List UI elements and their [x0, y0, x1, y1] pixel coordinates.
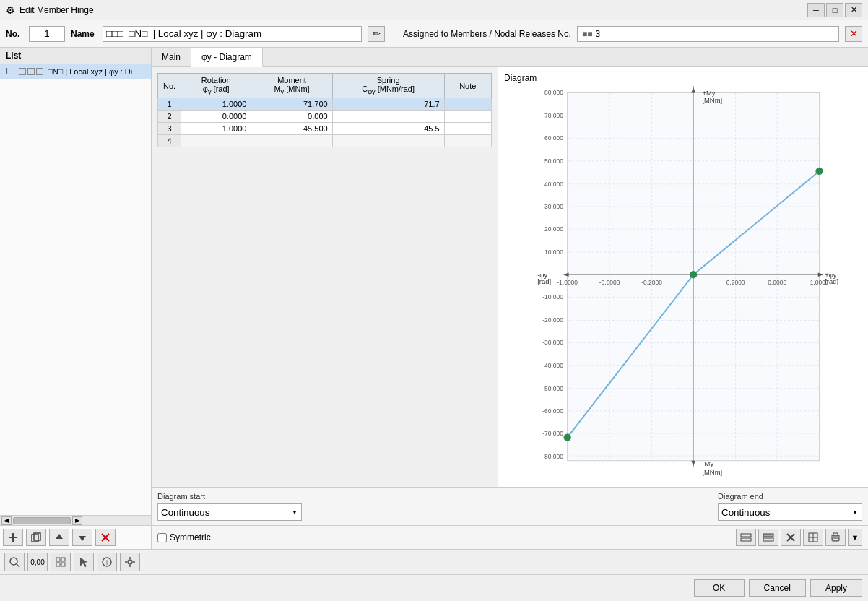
move-up-button[interactable] — [49, 529, 69, 546]
symmetric-checkbox[interactable] — [157, 533, 167, 542]
select-button[interactable] — [74, 553, 94, 571]
insert-row-button[interactable] — [736, 529, 756, 546]
left-scrollbar[interactable]: ◀ ▶ — [0, 515, 151, 525]
diagram-end-select[interactable]: Continuous Fixed Free — [718, 503, 862, 521]
cell-moment[interactable]: 45.500 — [251, 123, 332, 135]
cell-rotation[interactable]: 1.0000 — [181, 123, 251, 135]
tab-diagram[interactable]: φy - Diagram — [191, 48, 263, 67]
more-options-button[interactable]: ▼ — [848, 529, 862, 546]
svg-text:50.000: 50.000 — [544, 157, 563, 165]
svg-text:-80.000: -80.000 — [542, 453, 563, 460]
search-button[interactable] — [4, 553, 25, 571]
symmetric-checkbox-label[interactable]: Symmetric — [157, 532, 211, 542]
list-item[interactable]: 1 □N□ | Local xyz | φy : Di — [0, 64, 151, 79]
svg-text:80.000: 80.000 — [544, 89, 563, 96]
diagram-start-label: Diagram start — [157, 492, 302, 501]
tab-main[interactable]: Main — [152, 48, 191, 66]
search-icon — [9, 556, 20, 568]
svg-text:-1.0000: -1.0000 — [557, 279, 578, 286]
select-icon — [78, 556, 90, 568]
cell-rotation[interactable]: 0.0000 — [181, 111, 251, 123]
grid-button[interactable] — [51, 553, 71, 571]
svg-text:-70.000: -70.000 — [542, 430, 563, 437]
diagram-area: +My [MNm] -My [MNm] +φy [rad] -φy [rad] … — [504, 86, 862, 481]
svg-text:-20.000: -20.000 — [542, 316, 563, 324]
cell-note[interactable] — [444, 135, 491, 147]
print-icon — [830, 532, 841, 543]
decimal-button[interactable]: 0,00 — [27, 553, 48, 571]
print-button[interactable] — [825, 529, 846, 546]
delete-row-button[interactable] — [781, 529, 801, 546]
table-panel: No. Rotation φy [rad] Moment — [152, 67, 498, 487]
table-row[interactable]: 1 -1.0000 -71.700 71.7 — [158, 98, 492, 111]
cell-no: 1 — [158, 98, 181, 111]
info-button[interactable]: i — [97, 553, 117, 571]
apply-button[interactable]: Apply — [810, 579, 862, 597]
maximize-button[interactable]: □ — [826, 3, 843, 17]
scroll-thumb[interactable] — [13, 517, 71, 524]
ref-button[interactable] — [803, 529, 823, 546]
cell-spring[interactable] — [332, 135, 444, 147]
minimize-button[interactable]: ─ — [807, 3, 825, 17]
cell-note[interactable] — [444, 98, 491, 111]
svg-text:60.000: 60.000 — [544, 134, 563, 142]
delete-icon — [100, 532, 111, 543]
symmetric-label: Symmetric — [170, 532, 211, 542]
diagram-start-select[interactable]: Continuous Fixed Free — [157, 503, 302, 521]
settings-icon — [124, 556, 136, 568]
svg-marker-37 — [818, 272, 824, 277]
diagram-start-end: Diagram start Continuous Fixed Free Diag… — [152, 487, 868, 525]
no-input[interactable] — [29, 26, 65, 42]
cell-moment[interactable] — [251, 135, 332, 147]
col-note: Note — [444, 74, 491, 98]
cell-spring[interactable] — [332, 111, 444, 123]
scroll-left[interactable]: ◀ — [1, 516, 12, 525]
edit-name-button[interactable]: ✏ — [368, 26, 385, 42]
svg-marker-4 — [56, 534, 63, 539]
bottom-bar: Symmetric — [152, 525, 868, 549]
col-spring: Spring Cφy [MNm/rad] — [332, 74, 444, 98]
table-row[interactable]: 4 — [158, 135, 492, 147]
ref-icon — [807, 532, 819, 543]
settings-button[interactable] — [120, 553, 140, 571]
cell-note[interactable] — [444, 123, 491, 135]
diagram-title: Diagram — [504, 73, 862, 83]
close-button[interactable]: ✕ — [845, 3, 862, 17]
svg-text:70.000: 70.000 — [544, 112, 563, 119]
cancel-button[interactable]: Cancel — [749, 579, 806, 597]
list-header: List — [0, 48, 151, 64]
copy-icon — [30, 532, 42, 543]
svg-text:i: i — [106, 559, 108, 566]
svg-marker-36 — [563, 272, 569, 277]
ok-button[interactable]: OK — [694, 579, 745, 597]
svg-rect-73 — [741, 534, 751, 537]
name-input[interactable] — [103, 26, 362, 42]
add-item-button[interactable] — [3, 529, 23, 546]
delete-item-button[interactable] — [95, 529, 116, 546]
cell-note[interactable] — [444, 111, 491, 123]
table-row[interactable]: 3 1.0000 45.500 45.5 — [158, 123, 492, 135]
cell-spring[interactable]: 45.5 — [332, 123, 444, 135]
cell-rotation[interactable] — [181, 135, 251, 147]
insert-icon — [740, 532, 752, 543]
move-down-button[interactable] — [72, 529, 92, 546]
scroll-right[interactable]: ▶ — [72, 516, 82, 525]
svg-text:0.6000: 0.6000 — [768, 279, 786, 286]
diagram-start-section: Diagram start Continuous Fixed Free — [157, 492, 302, 521]
table-row[interactable]: 2 0.0000 0.000 — [158, 111, 492, 123]
copy-item-button[interactable] — [26, 529, 46, 546]
cell-moment[interactable]: -71.700 — [251, 98, 332, 111]
svg-text:-My: -My — [702, 459, 713, 467]
cell-moment[interactable]: 0.000 — [251, 111, 332, 123]
insert-row2-button[interactable] — [758, 529, 778, 546]
cell-no: 2 — [158, 111, 181, 123]
svg-rect-90 — [61, 563, 65, 566]
cell-spring[interactable]: 71.7 — [332, 98, 444, 111]
assigned-label: Assigned to Members / Nodal Releases No. — [403, 29, 571, 39]
svg-rect-76 — [763, 538, 773, 541]
bottom-toolbar: ▼ — [736, 529, 862, 546]
svg-rect-88 — [61, 558, 65, 561]
clear-assigned-button[interactable]: ✕ — [845, 26, 862, 42]
tab-content: No. Rotation φy [rad] Moment — [152, 67, 868, 487]
cell-rotation[interactable]: -1.0000 — [181, 98, 251, 111]
